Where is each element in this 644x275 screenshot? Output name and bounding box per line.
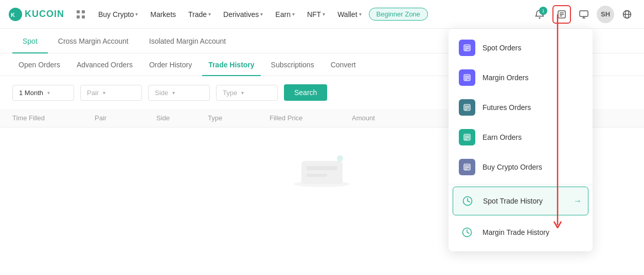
nav-trade[interactable]: Trade ▾ [183, 7, 216, 22]
nav-derivatives[interactable]: Derivatives ▾ [218, 7, 268, 22]
empty-illustration: + [291, 148, 353, 189]
chevron-down-icon: ▾ [208, 11, 211, 17]
tab-order-history[interactable]: Order History [143, 53, 198, 76]
type-filter[interactable]: Type ▾ [216, 85, 278, 101]
logo-text: KUCOIN [25, 9, 64, 20]
futures-orders-label: Futures Orders [482, 103, 582, 112]
spot-orders-label: Spot Orders [482, 44, 582, 52]
monitor-icon-button[interactable] [575, 6, 593, 23]
margin-trade-history-label: Margin Trade History [482, 228, 582, 236]
avatar[interactable]: SH [597, 6, 614, 23]
arrow-right-icon: → [574, 196, 582, 206]
logo[interactable]: K KUCOIN [8, 7, 64, 22]
svg-text:+: + [336, 159, 342, 170]
chevron-down-icon: ▾ [260, 11, 263, 17]
tab-isolated-margin[interactable]: Isolated Margin Account [139, 29, 236, 53]
margin-orders-label: Margin Orders [482, 74, 582, 82]
svg-text:K: K [11, 12, 15, 18]
header: K KUCOIN Buy Crypto ▾ Markets Trade ▾ De… [0, 0, 644, 29]
margin-trade-history-icon [459, 224, 475, 241]
margin-orders-icon [459, 69, 475, 86]
globe-icon-button[interactable] [618, 6, 636, 23]
svg-rect-4 [77, 15, 80, 19]
nav-markets[interactable]: Markets [145, 7, 181, 22]
nav-wallet[interactable]: Wallet ▾ [332, 7, 366, 22]
chevron-down-icon: ▾ [103, 90, 105, 96]
search-button[interactable]: Search [284, 84, 327, 101]
col-side: Side [156, 114, 208, 122]
futures-orders-icon [459, 99, 475, 116]
grid-icon[interactable] [73, 6, 89, 23]
side-filter[interactable]: Side ▾ [148, 85, 210, 101]
svg-rect-19 [307, 166, 337, 170]
col-pair: Pair [95, 114, 156, 122]
buy-crypto-orders-icon [459, 159, 475, 175]
pair-filter[interactable]: Pair ▾ [80, 85, 142, 101]
menu-item-spot-trade-history[interactable]: Spot Trade History → [453, 187, 588, 215]
menu-item-futures-orders[interactable]: Futures Orders [449, 93, 593, 122]
chevron-down-icon: ▾ [172, 90, 175, 96]
earn-orders-label: Earn Orders [482, 133, 582, 141]
chevron-down-icon: ▾ [135, 11, 138, 17]
period-filter[interactable]: 1 Month ▾ [12, 85, 74, 101]
chevron-down-icon: ▾ [359, 11, 362, 17]
orders-icon-button[interactable] [552, 5, 571, 24]
spot-trade-history-icon [459, 193, 476, 209]
svg-rect-3 [82, 10, 85, 13]
notification-button[interactable]: 1 [531, 6, 548, 23]
col-filled-price: Filled Price [270, 114, 352, 122]
svg-rect-20 [307, 174, 327, 177]
chevron-down-icon: ▾ [47, 90, 50, 96]
spot-orders-icon [459, 40, 475, 56]
menu-divider [449, 184, 593, 185]
beginner-zone-button[interactable]: Beginner Zone [369, 8, 428, 21]
tab-advanced-orders[interactable]: Advanced Orders [70, 53, 139, 76]
tab-subscriptions[interactable]: Subscriptions [265, 53, 320, 76]
nav-earn[interactable]: Earn ▾ [270, 7, 300, 22]
svg-point-6 [539, 17, 541, 19]
svg-rect-5 [82, 15, 85, 19]
nav-nft[interactable]: NFT ▾ [302, 7, 330, 22]
chevron-down-icon: ▾ [241, 90, 244, 96]
spot-trade-history-label: Spot Trade History [483, 197, 566, 205]
col-amount: Amount [352, 114, 424, 122]
svg-rect-11 [580, 11, 588, 16]
col-time-filled: Time Filled [12, 114, 95, 122]
earn-orders-icon [459, 129, 475, 145]
header-right: 1 SH [531, 5, 636, 24]
menu-item-spot-orders[interactable]: Spot Orders [449, 33, 593, 63]
tab-cross-margin[interactable]: Cross Margin Account [48, 29, 139, 53]
menu-item-margin-trade-history[interactable]: Margin Trade History [449, 217, 593, 247]
notification-badge: 1 [539, 7, 547, 15]
orders-dropdown-menu: Spot Orders Margin Orders Futures Orders [449, 29, 593, 251]
col-type: Type [208, 114, 270, 122]
tab-trade-history[interactable]: Trade History [202, 53, 260, 76]
main-nav: Buy Crypto ▾ Markets Trade ▾ Derivatives… [93, 7, 525, 22]
chevron-down-icon: ▾ [292, 11, 295, 17]
menu-item-margin-orders[interactable]: Margin Orders [449, 63, 593, 93]
buy-crypto-orders-label: Buy Crypto Orders [482, 163, 582, 171]
chevron-down-icon: ▾ [323, 11, 325, 17]
tab-convert[interactable]: Convert [325, 53, 362, 76]
menu-item-earn-orders[interactable]: Earn Orders [449, 122, 593, 152]
tab-open-orders[interactable]: Open Orders [12, 53, 66, 76]
svg-rect-2 [77, 10, 80, 13]
menu-item-buy-crypto-orders[interactable]: Buy Crypto Orders [449, 152, 593, 182]
tab-spot[interactable]: Spot [12, 29, 48, 53]
nav-buy-crypto[interactable]: Buy Crypto ▾ [93, 7, 143, 22]
